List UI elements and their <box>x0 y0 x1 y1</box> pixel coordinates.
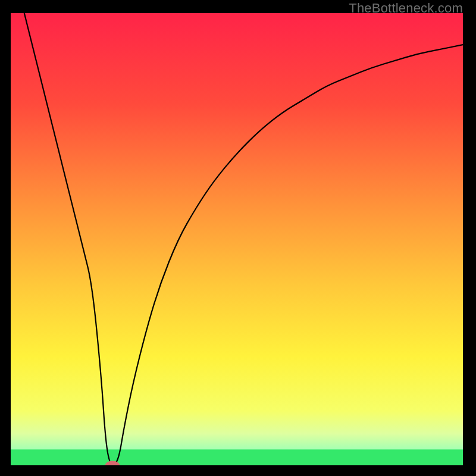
watermark-text: TheBottleneck.com <box>349 0 463 17</box>
gradient-background <box>11 13 463 465</box>
chart-svg <box>11 13 463 465</box>
chart-frame: TheBottleneck.com <box>0 0 476 476</box>
green-band <box>11 449 463 465</box>
